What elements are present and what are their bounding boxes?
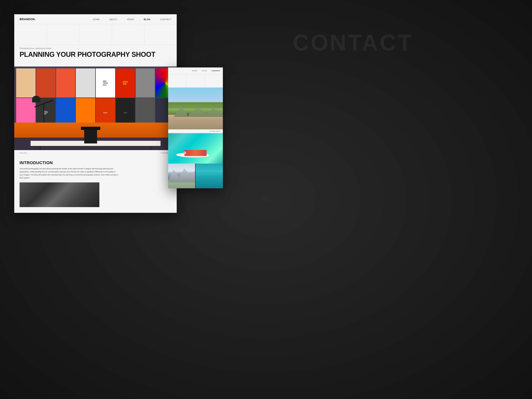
nav-item-blog[interactable]: BLOG <box>144 18 151 21</box>
grid-col-5 <box>144 24 177 45</box>
second-grid-col-1 <box>168 74 186 87</box>
intro-text: Successful photography isn't just about … <box>19 167 118 180</box>
nav-item-work[interactable]: WORK <box>127 18 134 21</box>
image-label-1: 15 Colour photos <box>168 129 223 133</box>
landscape-scene <box>168 88 223 129</box>
second-nav-work[interactable]: WORK <box>192 70 197 72</box>
article-date-readtime: May 2024 5 MIN READS <box>19 150 171 157</box>
intro-section: INTRODUCTION Successful photography isn'… <box>19 157 171 180</box>
article-date: May 2024 <box>19 152 27 154</box>
flowers <box>184 152 186 154</box>
poster-2 <box>36 68 56 98</box>
figure <box>187 113 189 116</box>
nav-item-about[interactable]: ABOUT <box>109 18 118 21</box>
teal-water-scene <box>196 164 223 188</box>
nav-links: HOME ABOUT WORK BLOG CONTACT <box>93 18 171 21</box>
mountain-scene <box>168 164 195 188</box>
desk-legs <box>34 146 157 150</box>
nav-link-contact[interactable]: CONTACT <box>160 18 171 20</box>
second-portfolio-window: WORK BLOG CONTACT 15 Colour photos <box>168 67 223 188</box>
landscape-mountains <box>174 106 223 117</box>
article-technique: Lightning technique <box>35 47 51 49</box>
nav-item-home[interactable]: HOME <box>93 18 100 21</box>
grid-col-4 <box>112 24 144 45</box>
poster-3 <box>56 68 76 98</box>
poster-1 <box>16 68 36 98</box>
portfolio-image-3 <box>168 164 196 188</box>
article-category: Photography tips, <box>19 47 34 49</box>
picnic-items <box>184 150 206 156</box>
chair-seat <box>81 127 101 130</box>
hero-image: HNZTNISKDUA NTRUTRE MTALIAAMAAIR AHOY de… <box>14 66 177 150</box>
portfolio-image-2 <box>168 133 223 164</box>
grid-lines <box>14 24 177 45</box>
article-title: PLANNING YOUR PHOTOGRAPHY SHOOT <box>19 51 171 58</box>
grid-col-2 <box>47 24 79 45</box>
second-nav-blog[interactable]: BLOG <box>202 70 207 72</box>
grid-col-1 <box>14 24 47 45</box>
nav-link-blog[interactable]: BLOG <box>144 18 151 20</box>
lamp-shade <box>32 96 40 102</box>
second-nav-contact[interactable]: CONTACT <box>211 70 220 72</box>
second-grid-lines <box>168 74 223 88</box>
poster-7 <box>136 68 155 98</box>
desk-scene: HNZTNISKDUA NTRUTRE MTALIAAMAAIR AHOY de… <box>14 66 177 150</box>
intro-heading: INTRODUCTION <box>19 160 171 165</box>
water-scene <box>168 133 223 164</box>
poster-6: NTRUTRE <box>116 68 135 98</box>
nav-link-work[interactable]: WORK <box>127 18 134 20</box>
poster-5: HNZTNISKDUA <box>96 68 115 98</box>
lamp-pole <box>44 104 44 123</box>
portfolio-image-4 <box>196 164 223 188</box>
bw-scene <box>19 182 99 207</box>
second-grid-col-2 <box>186 74 205 87</box>
article-meta-footer: May 2024 5 MIN READS INTRODUCTION Succes… <box>14 150 177 213</box>
nav-link-about[interactable]: ABOUT <box>109 18 118 20</box>
article-content: Photography tips, Lightning technique PL… <box>14 45 177 66</box>
nav-link-home[interactable]: HOME <box>93 18 100 20</box>
nav-item-contact[interactable]: CONTACT <box>160 18 171 21</box>
main-blog-window: BRANDON. HOME ABOUT WORK BLOG CONTACT <box>14 14 177 213</box>
grid-col-3 <box>79 24 112 45</box>
secondary-image <box>19 182 99 207</box>
poster-4 <box>76 68 95 98</box>
portfolio-image-1 <box>168 88 223 129</box>
article-meta: Photography tips, Lightning technique <box>19 45 171 51</box>
mountain-peaks <box>168 169 195 181</box>
contact-bg-text: CONTACT <box>293 29 413 56</box>
main-nav: BRANDON. HOME ABOUT WORK BLOG CONTACT <box>14 14 177 24</box>
logo[interactable]: BRANDON. <box>19 18 36 21</box>
portfolio-bottom-row <box>168 164 223 188</box>
second-nav: WORK BLOG CONTACT <box>168 67 223 74</box>
second-grid-col-3 <box>205 74 223 87</box>
